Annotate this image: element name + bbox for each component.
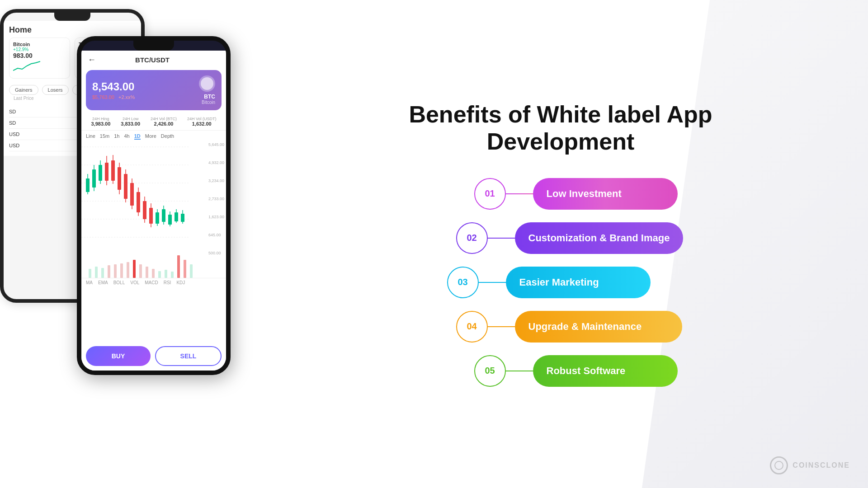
svg-rect-40 (101, 268, 104, 278)
buy-sell-row: BUY SELL (81, 342, 226, 371)
svg-rect-47 (146, 267, 148, 278)
svg-rect-52 (177, 255, 180, 278)
tab-losers[interactable]: Losers (42, 85, 69, 95)
connector-2 (488, 238, 515, 239)
price-change: +2.xx% (118, 94, 135, 100)
usd-price: $5,763.00 (92, 94, 114, 100)
tab-depth[interactable]: Depth (161, 133, 174, 140)
tab-gainers[interactable]: Gainers (9, 85, 38, 95)
benefit-row-5: 05 Robust Software (474, 355, 684, 387)
stat-high: 24H Hing 3,983.00 (91, 117, 110, 127)
svg-rect-46 (139, 264, 142, 278)
svg-rect-43 (120, 263, 123, 278)
phone-front-notch (133, 41, 174, 51)
ind-macd[interactable]: MACD (145, 280, 158, 285)
benefit-number-1: 01 (474, 178, 506, 210)
benefit-label-3: Easier Marketing (519, 277, 599, 288)
connector-1 (506, 193, 533, 194)
coin-name: BTC (204, 94, 215, 100)
connector-3 (479, 282, 506, 283)
tab-4h[interactable]: 4h (124, 133, 129, 140)
coinsclone-circle-inner (774, 461, 783, 470)
svg-rect-51 (171, 272, 174, 278)
svg-rect-54 (190, 264, 193, 278)
coin-circle-inner (201, 77, 213, 90)
indicator-tabs[interactable]: MA EMA BOLL VOL MACD RSI KDJ (81, 278, 226, 287)
benefit-pill-3: Easier Marketing (506, 267, 651, 298)
stat-vol-btc: 24H Vol (BTC) 2,426.00 (151, 117, 177, 127)
chart-tabs[interactable]: Line 15m 1h 4h 1D More Depth (81, 131, 226, 142)
svg-rect-42 (114, 264, 117, 278)
connector-4 (488, 326, 515, 327)
benefit-row-4: 04 Upgrade & Maintenance (456, 311, 684, 343)
pair-title: BTC/USDT (135, 56, 170, 64)
candlestick-area: 5,645.00 4,932.00 3,234.00 2,733.00 1,62… (81, 142, 226, 255)
back-arrow-icon[interactable]: ← (88, 55, 96, 65)
ind-vol[interactable]: VOL (130, 280, 139, 285)
tab-more[interactable]: More (145, 133, 156, 140)
svg-rect-45 (133, 260, 136, 278)
volume-area (81, 255, 226, 278)
buy-button[interactable]: BUY (86, 346, 151, 366)
benefit-label-4: Upgrade & Maintenance (528, 321, 642, 333)
svg-rect-49 (158, 271, 161, 278)
phone-back-notch (54, 13, 90, 21)
benefits-container: 01 Low Investment 02 Customization & Bra… (438, 178, 684, 387)
tab-line[interactable]: Line (86, 133, 95, 140)
tab-1h[interactable]: 1h (114, 133, 119, 140)
ind-rsi[interactable]: RSI (164, 280, 171, 285)
tab-1d[interactable]: 1D (134, 133, 141, 140)
main-price: 8,543.00 (92, 80, 135, 93)
svg-rect-39 (95, 267, 98, 278)
coinsclone-text: COINSCLONE (793, 461, 850, 469)
ind-ema[interactable]: EMA (98, 280, 108, 285)
benefit-pill-4: Upgrade & Maintenance (515, 311, 682, 343)
benefit-number-3: 03 (447, 267, 479, 298)
benefit-label-1: Low Investment (547, 188, 622, 200)
right-section: Benefits of White label App Development … (253, 0, 868, 488)
left-section: Home Bitcoin +12.9% 983.00 Ter... -1.9% … (0, 0, 280, 488)
sell-button[interactable]: SELL (155, 346, 222, 366)
svg-rect-38 (89, 269, 91, 278)
benefit-label-2: Customization & Brand Image (528, 232, 670, 244)
coinsclone-icon (770, 456, 788, 474)
svg-rect-48 (152, 269, 155, 278)
price-card: 8,543.00 $5,763.00 +2.xx% BTC Bitcoin (86, 70, 222, 110)
stats-row: 24H Hing 3,983.00 24H Low 3,833.00 24H V… (81, 113, 226, 131)
phone-front-content: ← BTC/USDT 8,543.00 $5,763.00 +2.xx% BTC (81, 51, 226, 371)
benefit-number-4: 04 (456, 311, 488, 343)
benefit-row-2: 02 Customization & Brand Image (456, 222, 684, 254)
benefit-row-3: 03 Easier Marketing (447, 267, 684, 298)
benefit-number-5: 05 (474, 355, 506, 387)
svg-rect-44 (127, 262, 129, 278)
ind-kdj[interactable]: KDJ (176, 280, 185, 285)
svg-rect-53 (184, 260, 186, 278)
benefit-row-1: 01 Low Investment (474, 178, 684, 210)
benefit-label-5: Robust Software (547, 365, 626, 377)
benefit-number-2: 02 (456, 222, 488, 254)
benefit-pill-1: Low Investment (533, 178, 678, 210)
svg-rect-50 (165, 270, 167, 278)
coinsclone-logo: COINSCLONE (770, 456, 850, 474)
ind-ma[interactable]: MA (86, 280, 93, 285)
ind-boll[interactable]: BOLL (113, 280, 125, 285)
benefit-pill-5: Robust Software (533, 355, 678, 387)
title-line1: Benefits of White label App (409, 101, 712, 127)
title-line2: Development (487, 128, 635, 155)
price-labels: 5,645.00 4,932.00 3,234.00 2,733.00 1,62… (208, 142, 224, 255)
trading-header: ← BTC/USDT (81, 51, 226, 67)
svg-rect-41 (108, 265, 110, 278)
benefit-pill-2: Customization & Brand Image (515, 222, 684, 254)
coin-fullname: Bitcoin (202, 100, 215, 105)
stat-low: 24H Low 3,833.00 (121, 117, 140, 127)
connector-5 (506, 371, 533, 371)
coin-circle (199, 75, 215, 92)
main-title: Benefits of White label App Development (409, 101, 712, 155)
price-sub: $5,763.00 +2.xx% (92, 94, 135, 100)
phone-back-title: Home (9, 25, 136, 35)
stat-vol-usdt: 24H Vol (USDT) 1,632.00 (187, 117, 217, 127)
phone-front: ← BTC/USDT 8,543.00 $5,763.00 +2.xx% BTC (77, 36, 231, 375)
tab-15m[interactable]: 15m (100, 133, 109, 140)
coin-badge: BTC Bitcoin (199, 75, 215, 105)
price-info: 8,543.00 $5,763.00 +2.xx% (92, 80, 135, 100)
